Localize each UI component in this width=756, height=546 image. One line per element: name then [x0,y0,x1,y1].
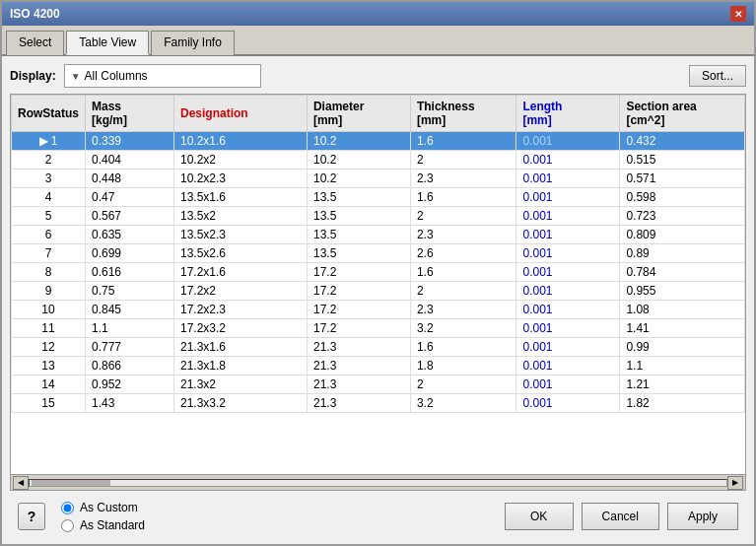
cell-mass: 0.448 [86,170,174,188]
cell-mass: 0.75 [86,282,174,301]
table-row[interactable]: 60.63513.5x2.313.52.30.0010.809 [12,226,745,244]
cell-mass: 0.339 [86,132,174,151]
table-row[interactable]: 140.95221.3x221.320.0011.21 [12,375,745,394]
cell-row-status: 15 [12,394,86,413]
tab-select[interactable]: Select [6,31,64,55]
cell-thickness: 1.6 [410,188,516,207]
cell-thickness: 2 [410,151,516,170]
cell-diameter: 21.3 [307,338,410,357]
cell-section-area: 1.08 [620,301,745,319]
scroll-right-button[interactable]: ▶ [727,476,743,490]
cell-row-status: 2 [12,151,86,170]
ok-button[interactable]: OK [505,503,574,530]
cell-thickness: 1.8 [410,357,516,375]
dialog: ISO 4200 ✕ Select Table View Family Info… [0,0,756,546]
cell-mass: 0.952 [86,375,174,394]
radio-as-standard[interactable]: As Standard [61,518,145,532]
cell-row-status: 8 [12,263,86,282]
table-row[interactable]: 120.77721.3x1.621.31.60.0010.99 [12,338,745,357]
sort-button[interactable]: Sort... [689,65,746,87]
cell-section-area: 0.809 [620,226,745,244]
cell-section-area: 0.432 [620,132,745,151]
cell-row-status: 12 [12,338,86,357]
cell-length: 0.001 [516,338,620,357]
col-section-area: Section area[cm^2] [620,96,745,132]
table-row[interactable]: 151.4321.3x3.221.33.20.0011.82 [12,394,745,413]
apply-button[interactable]: Apply [667,503,738,530]
table-wrapper[interactable]: RowStatus Mass[kg/m] Designation Diamete… [11,95,745,474]
radio-as-custom-label: As Custom [80,501,138,514]
cell-mass: 0.47 [86,188,174,207]
col-row-status: RowStatus [12,96,86,132]
cell-mass: 0.777 [86,338,174,357]
bottom-bar: ? As Custom As Standard OK Cancel Apply [10,497,746,536]
cell-row-status: 6 [12,226,86,244]
table-row[interactable]: 20.40410.2x210.220.0010.515 [12,151,745,170]
dialog-title: ISO 4200 [10,7,60,21]
tab-table-view[interactable]: Table View [66,31,149,55]
cell-section-area: 0.515 [620,151,745,170]
cell-section-area: 0.955 [620,282,745,301]
display-select[interactable]: ▼ All Columns [64,64,261,88]
scroll-left-button[interactable]: ◀ [13,476,29,490]
cell-length: 0.001 [516,151,620,170]
cell-thickness: 2.3 [410,170,516,188]
col-thickness: Thickness[mm] [410,96,516,132]
radio-as-standard-label: As Standard [80,518,145,532]
cell-section-area: 0.99 [620,338,745,357]
cell-row-status: 14 [12,375,86,394]
horizontal-scrollbar[interactable]: ◀ ▶ [11,474,745,490]
cell-mass: 0.699 [86,244,174,263]
cell-designation: 21.3x1.8 [173,357,307,375]
table-row[interactable]: 40.4713.5x1.613.51.60.0010.598 [12,188,745,207]
cell-length: 0.001 [516,170,620,188]
help-button[interactable]: ? [18,503,45,530]
cell-section-area: 0.598 [620,188,745,207]
cancel-button[interactable]: Cancel [582,503,659,530]
cell-row-status: 13 [12,357,86,375]
table-row[interactable]: 50.56713.5x213.520.0010.723 [12,207,745,226]
close-button[interactable]: ✕ [730,6,746,22]
cell-diameter: 21.3 [307,394,410,413]
display-value: All Columns [85,69,148,83]
cell-mass: 0.404 [86,151,174,170]
cell-designation: 17.2x3.2 [173,319,307,338]
cell-designation: 13.5x2.3 [173,226,307,244]
cell-section-area: 1.21 [620,375,745,394]
main-content: Display: ▼ All Columns Sort... RowStatus… [2,56,754,544]
cell-section-area: 0.571 [620,170,745,188]
table-row[interactable]: ▶ 10.33910.2x1.610.21.60.0010.432 [12,132,745,151]
table-row[interactable]: 130.86621.3x1.821.31.80.0011.1 [12,357,745,375]
cell-designation: 17.2x2.3 [173,301,307,319]
table-row[interactable]: 70.69913.5x2.613.52.60.0010.89 [12,244,745,263]
cell-row-status: 4 [12,188,86,207]
tab-family-info[interactable]: Family Info [151,31,235,55]
table-header-row: RowStatus Mass[kg/m] Designation Diamete… [12,96,745,132]
hscroll-track[interactable] [29,479,727,487]
cell-row-status: 5 [12,207,86,226]
cell-diameter: 10.2 [307,151,410,170]
cell-designation: 13.5x2.6 [173,244,307,263]
radio-as-custom[interactable]: As Custom [61,501,145,514]
table-row[interactable]: 90.7517.2x217.220.0010.955 [12,282,745,301]
cell-designation: 21.3x1.6 [173,338,307,357]
radio-as-custom-input[interactable] [61,502,74,514]
table-row[interactable]: 30.44810.2x2.310.22.30.0010.571 [12,170,745,188]
data-table-container: RowStatus Mass[kg/m] Designation Diamete… [10,94,746,491]
cell-thickness: 2 [410,375,516,394]
cell-diameter: 17.2 [307,263,410,282]
table-row[interactable]: 100.84517.2x2.317.22.30.0011.08 [12,301,745,319]
hscroll-thumb [32,480,110,486]
cell-diameter: 13.5 [307,244,410,263]
table-row[interactable]: 111.117.2x3.217.23.20.0011.41 [12,319,745,338]
radio-as-standard-input[interactable] [61,519,74,532]
cell-length: 0.001 [516,301,620,319]
cell-diameter: 13.5 [307,188,410,207]
cell-section-area: 0.89 [620,244,745,263]
col-diameter: Diameter[mm] [307,96,410,132]
table-row[interactable]: 80.61617.2x1.617.21.60.0010.784 [12,263,745,282]
cell-length: 0.001 [516,394,620,413]
cell-designation: 10.2x2.3 [173,170,307,188]
cell-thickness: 1.6 [410,263,516,282]
cell-length: 0.001 [516,319,620,338]
